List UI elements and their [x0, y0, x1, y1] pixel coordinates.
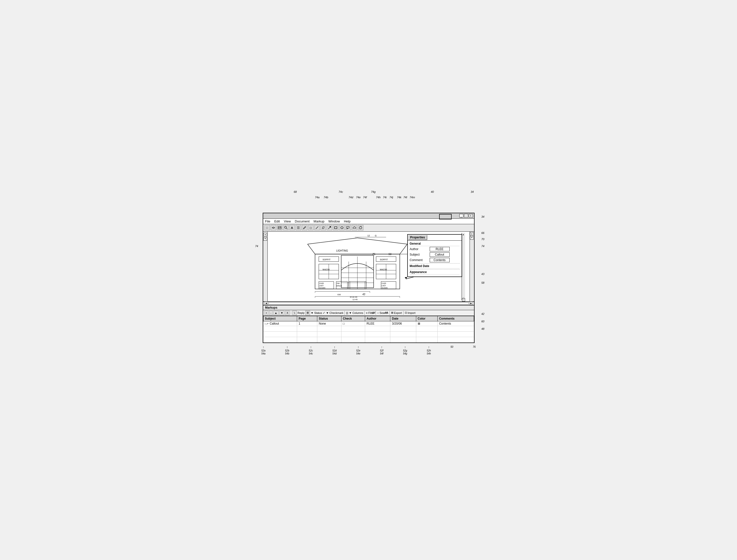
tool-list[interactable] [295, 225, 301, 230]
arrow-52d: ↑ [334, 346, 335, 349]
empty-cell-2f [390, 331, 416, 337]
prop-author-label: Author [410, 247, 429, 251]
tool-callout[interactable] [345, 225, 351, 230]
scroll-left-btn[interactable]: ◀ [264, 302, 268, 305]
col-date[interactable]: Date [390, 316, 416, 321]
svg-text:630: 630 [337, 293, 341, 296]
markup-status-label: Status [314, 311, 322, 314]
col-check[interactable]: Check [341, 316, 365, 321]
table-row[interactable]: □↗ Callout 1 None □ RLEE 3/20/06 ⊠ Conte… [263, 321, 474, 326]
svg-point-9 [341, 227, 343, 229]
tool-text[interactable]: A [289, 225, 295, 230]
maximize-button[interactable]: □ [464, 214, 468, 217]
menu-view[interactable]: View [284, 219, 291, 223]
tool-pencil[interactable] [302, 225, 307, 230]
scroll-up-btn[interactable]: ▲ [462, 233, 464, 236]
tool-line[interactable] [314, 225, 320, 230]
markup-export-icon: ⊠ [391, 311, 393, 314]
tool-shape1[interactable]: ◻ [308, 225, 313, 230]
right-scroll-panel: ▲ ▼ [470, 232, 474, 301]
markup-checkmark-label: Checkmark [329, 311, 343, 314]
tool-apple[interactable] [358, 225, 363, 230]
ref-74c: 74c [339, 190, 343, 193]
markup-search-icon: ○ [377, 311, 379, 314]
markup-columns-down[interactable]: ▼ [349, 311, 352, 314]
col-color[interactable]: Color [416, 316, 438, 321]
label-52c: 52c [309, 349, 313, 352]
menu-document[interactable]: Document [295, 219, 309, 223]
col-page[interactable]: Page [297, 316, 317, 321]
col-comments[interactable]: Comments [438, 316, 474, 321]
empty-cell-1d [341, 326, 365, 331]
empty-cell-3a [263, 337, 297, 342]
scroll-right-up[interactable]: ▲ [470, 232, 474, 236]
toolbar: □ A [263, 224, 474, 232]
menu-help[interactable]: Help [344, 219, 351, 223]
ref-74k: 74k [397, 196, 402, 199]
tool-image[interactable] [277, 225, 282, 230]
arrow-52h: ↑ [428, 346, 430, 349]
empty-cell-3d [341, 337, 365, 342]
toolbar-divider-4 [376, 311, 376, 315]
tool-cloud[interactable] [352, 225, 357, 230]
markup-status-down[interactable]: ▼ [311, 311, 313, 314]
menu-markup[interactable]: Markup [313, 219, 324, 223]
ref-74e: 74e [356, 196, 360, 199]
markup-export-label: Export [394, 311, 402, 314]
markup-close-btn[interactable]: X [285, 311, 289, 315]
menu-window[interactable]: Window [328, 219, 340, 223]
prop-author-field[interactable]: RLEE [430, 247, 450, 251]
scroll-right-down[interactable]: ▼ [470, 236, 474, 240]
minimize-button[interactable]: _ [459, 214, 463, 217]
empty-cell-2e [365, 331, 390, 337]
prop-comment-field[interactable]: Contents [430, 258, 450, 262]
markup-down-btn[interactable]: ▼ [279, 311, 285, 315]
col-status[interactable]: Status [317, 316, 341, 321]
empty-cell-2b [297, 331, 317, 337]
tool-pan[interactable] [271, 225, 276, 230]
tool-arrow[interactable] [327, 225, 332, 230]
markup-image-btn[interactable]: ⊠ [305, 311, 310, 315]
tool-rect[interactable] [333, 225, 338, 230]
menu-edit[interactable]: Edit [274, 219, 280, 223]
empty-cell-1c [317, 326, 341, 331]
empty-cell-2h [438, 331, 474, 337]
patent-outer: 68 74c 74g 40 34 74a 74b 74d 74e 74f 74h… [256, 190, 481, 355]
tool-circle[interactable] [339, 225, 345, 230]
sidebar-btn-2[interactable]: ▼ [263, 237, 267, 241]
properties-tab[interactable]: Properties [408, 235, 427, 240]
svg-text:LAZY: LAZY [319, 285, 324, 286]
markup-reply-icon[interactable]: ↳ [292, 311, 297, 315]
col-subject[interactable]: Subject [263, 316, 297, 321]
table-body: □↗ Callout 1 None □ RLEE 3/20/06 ⊠ Conte… [263, 321, 474, 342]
ref-64: 64 [373, 311, 376, 314]
markup-add-btn[interactable]: + [264, 311, 268, 315]
ref-col-52h: ↑ 52h 54h [427, 346, 431, 355]
empty-cell-2d [341, 331, 365, 337]
menu-file[interactable]: File [265, 219, 270, 223]
empty-cell-3e [365, 337, 390, 342]
markup-up-btn[interactable]: ▲ [273, 311, 279, 315]
label-52e: 52e [356, 349, 360, 352]
ref-74h: 74h [376, 196, 381, 199]
svg-line-14 [307, 238, 357, 244]
ref-74f: 74f [363, 196, 367, 199]
markup-remove-btn[interactable]: - [269, 311, 273, 315]
arrow-52f: ↑ [381, 346, 382, 349]
close-button[interactable]: X [469, 214, 473, 217]
toolbar-divider-6 [403, 311, 404, 315]
sidebar-btn-1[interactable]: ▲ [263, 233, 267, 236]
svg-text:43: 43 [362, 293, 365, 296]
col-author[interactable]: Author [365, 316, 390, 321]
prop-subject-field[interactable]: Callout [430, 252, 450, 257]
markup-check-down[interactable]: ▼ [326, 311, 329, 314]
tool-select[interactable]: □ [264, 225, 270, 230]
scroll-right-btn[interactable]: ▶ [469, 302, 473, 305]
scroll-track[interactable] [268, 302, 469, 304]
tool-parallelogram[interactable] [320, 225, 326, 230]
markup-check-mark: ✓ [323, 311, 325, 315]
markup-reply-label[interactable]: Reply [297, 311, 304, 314]
left-sidebar: ▲ ▼ [263, 232, 268, 301]
tool-zoom[interactable] [283, 225, 288, 230]
ref-74l: 74l [404, 196, 407, 199]
